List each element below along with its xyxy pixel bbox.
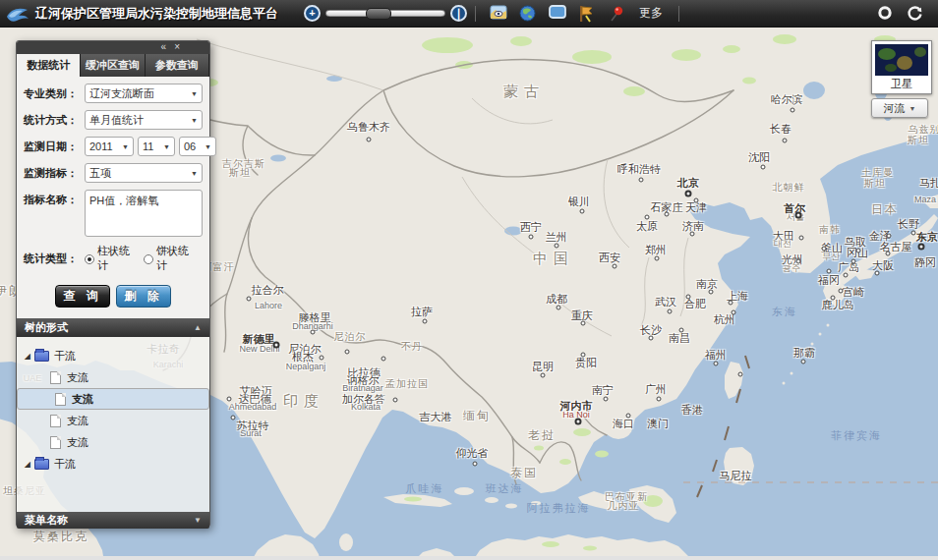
rivers-layer-dropdown[interactable]: 河流 ▼ — [871, 98, 928, 118]
indicator-names-textarea[interactable]: PH值，溶解氧 — [85, 190, 203, 237]
map-label: 拉合尔 — [252, 283, 284, 298]
capital-city-marker — [575, 419, 582, 425]
folder-icon — [34, 459, 49, 470]
city-marker — [732, 310, 736, 315]
overview-map-icon[interactable] — [490, 5, 507, 23]
map-label: 澳门 — [647, 417, 669, 431]
city-marker — [694, 198, 699, 203]
tree-node-folder-5[interactable]: ◢干流 — [17, 453, 209, 475]
city-marker — [626, 414, 631, 419]
city-marker — [844, 273, 849, 278]
maptype-controls: 卫星 河流 ▼ — [871, 40, 934, 118]
logout-refresh-icon[interactable] — [907, 5, 924, 23]
city-marker — [887, 234, 892, 239]
tab-2[interactable]: 参数查询 — [146, 54, 209, 77]
city-marker — [791, 108, 795, 113]
tree-node-leaf-2[interactable]: 支流 — [17, 388, 209, 410]
city-marker — [856, 249, 861, 253]
map-label: 西安 — [599, 251, 620, 265]
category-select[interactable]: 辽河支流断面 ▼ — [85, 84, 203, 103]
tree-section-header[interactable]: 树的形式 ▲ — [17, 318, 209, 337]
year-select[interactable]: 2011 ▼ — [85, 137, 134, 156]
date-label: 监测日期： — [24, 140, 85, 154]
tree-node-label: 支流 — [67, 414, 88, 428]
folder-icon — [34, 351, 49, 362]
query-button[interactable]: 查 询 — [55, 285, 110, 308]
map-label: 名古屋 — [880, 240, 912, 254]
tree-expander-icon[interactable]: ◢ — [17, 352, 30, 361]
city-marker — [911, 231, 916, 236]
city-marker — [381, 357, 386, 362]
method-select[interactable]: 单月值统计 ▼ — [85, 110, 203, 130]
screen-message-icon[interactable] — [549, 5, 566, 23]
radio-icon[interactable] — [85, 254, 94, 264]
query-panel: « × 数据统计缓冲区查询参数查询 专业类别： 辽河支流断面 ▼ 统计方式： 单… — [16, 40, 210, 528]
settings-icon[interactable] — [877, 5, 895, 23]
city-marker — [639, 178, 644, 183]
chevron-down-icon: ▼ — [205, 143, 211, 150]
chevron-down-icon: ▼ — [909, 105, 916, 112]
map-label: 长春 — [770, 122, 791, 137]
map-label: 南韩 — [819, 223, 841, 237]
day-select[interactable]: 06 ▼ — [179, 137, 216, 156]
tab-0[interactable]: 数据统计 — [17, 54, 81, 77]
zoom-extent-button[interactable]: ❘ — [450, 5, 467, 22]
city-marker — [709, 290, 714, 295]
pushpin-icon[interactable] — [608, 5, 625, 23]
zoom-slider-handle[interactable] — [366, 8, 391, 20]
map-label: 印度 — [283, 392, 324, 411]
map-label: Nepalganj — [286, 362, 326, 371]
tree-expander-icon[interactable]: ◢ — [17, 460, 30, 469]
city-marker — [665, 212, 670, 217]
document-icon — [50, 371, 61, 384]
radio-option-0[interactable]: 柱状统计 — [85, 244, 134, 273]
city-marker — [649, 336, 654, 341]
toolbar-right-group — [871, 5, 930, 23]
app-logo-icon — [6, 5, 24, 23]
tree-node-leaf-1[interactable]: 支流 — [17, 366, 209, 388]
zoom-control: + ❘ — [304, 5, 467, 22]
zoom-in-button[interactable]: + — [304, 5, 321, 22]
satellite-view-button[interactable]: 卫星 — [871, 40, 932, 94]
globe-icon[interactable] — [519, 5, 537, 23]
map-label: Kolkata — [351, 402, 381, 412]
map-label: 武汉 — [655, 295, 676, 309]
map-label: 斯坦 — [908, 134, 929, 147]
indicator-select[interactable]: 五项 ▼ — [85, 163, 203, 183]
map-label: 那霸 — [793, 346, 815, 361]
zoom-slider-track[interactable] — [325, 10, 445, 17]
indicator-label: 监测指标： — [24, 166, 85, 181]
tree-node-leaf-4[interactable]: 支流 — [17, 431, 209, 453]
tree-node-leaf-3[interactable]: 支流 — [17, 410, 209, 431]
bottom-strip — [0, 556, 938, 560]
city-marker — [851, 259, 856, 264]
flag-measure-icon[interactable] — [578, 5, 596, 23]
map-label: 鹿儿岛 — [822, 298, 854, 312]
city-marker — [729, 301, 733, 306]
tree-node-folder-0[interactable]: ◢干流 — [17, 345, 209, 366]
city-marker — [831, 296, 836, 301]
panel-collapse-icon[interactable]: « — [160, 41, 166, 53]
map-label: Surat — [240, 428, 262, 438]
more-menu[interactable]: 更多 — [639, 5, 663, 22]
map-label: 西宁 — [520, 220, 542, 235]
tab-1[interactable]: 缓冲区查询 — [81, 54, 145, 77]
radio-icon[interactable] — [144, 254, 153, 264]
radio-label: 柱状统计 — [97, 244, 134, 273]
month-select[interactable]: 11 ▼ — [138, 137, 175, 156]
menu-name-bar[interactable]: 菜单名称 ▼ — [17, 512, 209, 529]
chevron-down-icon: ▼ — [191, 90, 198, 97]
top-toolbar: 辽河保护区管理局水污染控制地理信息平台 + ❘ 更多 — [0, 0, 938, 28]
city-marker — [657, 397, 662, 402]
map-label: Ahmedabad — [229, 402, 277, 412]
map-label: 南京 — [696, 277, 718, 292]
city-marker — [886, 252, 891, 256]
map-label: 斯坦 — [864, 177, 886, 191]
radio-option-1[interactable]: 饼状统计 — [144, 244, 193, 273]
city-marker — [423, 319, 428, 324]
city-marker — [839, 289, 844, 294]
panel-close-icon[interactable]: × — [174, 41, 180, 53]
satellite-label: 卫星 — [872, 77, 931, 93]
delete-button[interactable]: 删 除 — [116, 285, 171, 308]
app-title: 辽河保护区管理局水污染控制地理信息平台 — [35, 5, 278, 23]
